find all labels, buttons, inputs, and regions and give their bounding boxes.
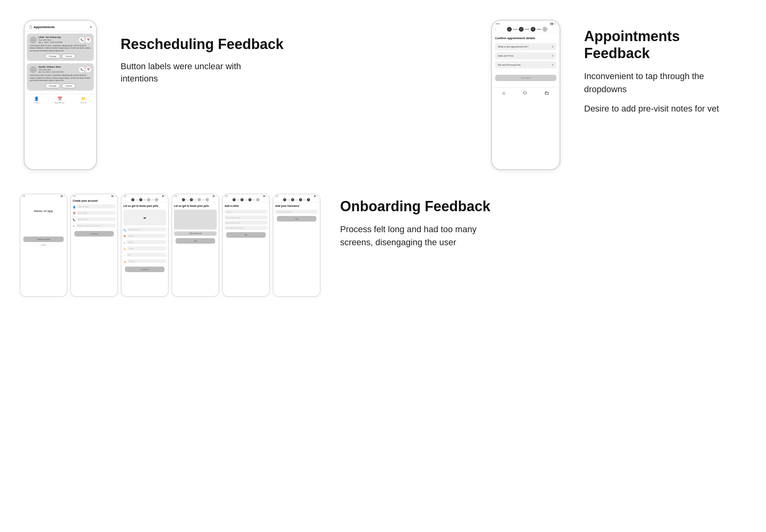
- onboarding-feedback-block: Onboarding Feedback Process felt long an…: [340, 198, 506, 249]
- reschedule-title: Rescheduling Feedback: [121, 36, 284, 53]
- add-another-pet-button[interactable]: Add another pet: [174, 231, 217, 236]
- back-chevron-icon[interactable]: ‹: [495, 28, 496, 31]
- clinic-result-1[interactable]: best clinics for dogs: [225, 216, 267, 220]
- sex-field[interactable]: Sex: [127, 253, 166, 257]
- progress-line-2: [525, 29, 530, 30]
- sp4-line1: [186, 200, 189, 200]
- right-phone-mockup: 9:41 ▐▐ ≈ ▪ ‹ 1 2 3 4 Confirm appointmen…: [491, 20, 560, 170]
- clinic-result-3[interactable]: best clinics for pediatrics: [225, 226, 267, 230]
- sp6-status: 9:41 ▐▐ ≈ ▪: [273, 194, 320, 197]
- card2-cancel-button[interactable]: Cancel: [62, 83, 76, 88]
- phone-header: 📋 Appointments +: [25, 21, 96, 31]
- sp2-status: 9:41 ▐▐ ≈ ▪: [71, 194, 117, 197]
- height-row: 📏 Height: [123, 246, 166, 252]
- sp3-step4: 4: [155, 198, 158, 201]
- onboarding-phone-2: 9:41 ▐▐ ≈ ▪ Create your account 👤 Your f…: [70, 194, 118, 297]
- confirm-appointment-title: Confirm appointment details: [495, 36, 556, 40]
- dropdown-date-time[interactable]: Date and Time ∨: [495, 52, 556, 59]
- login-label[interactable]: Log in: [20, 244, 67, 246]
- sp5-line2: [244, 200, 248, 200]
- card1-buttons: Change Cancel: [30, 54, 91, 59]
- phone2-status-bar: 9:41 ▐▐ ≈ ▪: [492, 21, 560, 26]
- pet-name-field[interactable]: Your pet's name: [127, 227, 166, 231]
- right-phone-area: 9:41 ▐▐ ≈ ▪ ‹ 1 2 3 4 Confirm appointmen…: [491, 20, 742, 170]
- onboarding-phones-row: 9:41 ▐▐ ≈ ▪ Name of app Create account L…: [20, 194, 320, 297]
- bottom-section: 9:41 ▐▐ ≈ ▪ Name of app Create account L…: [0, 186, 766, 312]
- chevron-down-icon-3: ∨: [552, 63, 554, 66]
- phone-icon[interactable]: 📞: [79, 37, 85, 43]
- sp3-step1: 1: [131, 198, 134, 201]
- sp3-line1: [135, 200, 138, 200]
- nav-appointments[interactable]: 📅 Appointments: [55, 97, 64, 104]
- phone2-nav: ⌂ ⚇ 🗀: [492, 87, 560, 97]
- folder-icon[interactable]: 🗀: [545, 90, 549, 96]
- appt-feedback-title: Appointments Feedback: [584, 28, 742, 62]
- card1-date: Apr 1, 2024 • 3:00-5:00 PM: [38, 41, 78, 44]
- dropdown-appointment-type[interactable]: What is this appointment for? ∨: [495, 43, 556, 50]
- breed-field[interactable]: Breed: [127, 234, 166, 238]
- top-section: 📋 Appointments + Lilith: Vet Check-Up Yo…: [0, 0, 766, 186]
- nav-profile[interactable]: 👤 Profile: [34, 97, 39, 104]
- phone-icon-2[interactable]: 📞: [79, 67, 85, 72]
- continue-button-1[interactable]: Continue: [74, 231, 114, 237]
- card1-avatar: [30, 36, 37, 44]
- dob-field[interactable]: Date of birth: [77, 211, 115, 215]
- email-form-icon: ✉: [73, 225, 75, 227]
- sp5-step4: 4: [256, 198, 259, 201]
- sp5-status: 9:41 ▐▐ ≈ ▪: [223, 194, 269, 197]
- yes-button-4[interactable]: Yes: [176, 238, 215, 244]
- clinic-result-2[interactable]: best clinics for cats: [225, 221, 267, 225]
- birthday-field[interactable]: Birthday: [127, 259, 166, 263]
- yes-button-6[interactable]: Yes: [277, 216, 316, 222]
- people-icon[interactable]: ⚇: [523, 90, 527, 96]
- email-field[interactable]: Email you want to share with vet: [76, 223, 115, 227]
- insurance-field[interactable]: # name of insurance: [275, 210, 318, 214]
- card2-info: Apollo: Rabies Shot Your Vet Clinic Apr …: [38, 66, 78, 73]
- appointment-card-1: Lilith: Vet Check-Up Your Vet Clinic Apr…: [27, 34, 94, 61]
- card2-body: Lorem ipsum dolor sit amet, consectetur …: [30, 74, 91, 82]
- schedule-button[interactable]: Schedule: [495, 75, 556, 81]
- phone-field[interactable]: Phone number: [77, 217, 115, 221]
- sp5-progress: 1 2 3 4: [223, 197, 269, 203]
- dropdown-pet-personal[interactable]: Pet and Personal Info ∨: [495, 61, 556, 68]
- no-button-5[interactable]: No: [226, 232, 266, 238]
- onboarding-title: Onboarding Feedback: [340, 198, 506, 215]
- sp5-content: Add a clinic Search best clinics for dog…: [223, 203, 269, 240]
- appt-feedback-desc1: Inconvenient to tap through the dropdown…: [584, 70, 742, 96]
- chevron-down-icon: ∨: [552, 45, 554, 48]
- calendar-icon-btn-2[interactable]: 📅: [85, 67, 91, 72]
- status-icons: ▐▐ ≈ ▪: [550, 23, 556, 25]
- card2-change-button[interactable]: Change: [45, 83, 60, 88]
- sp4-line3: [202, 200, 205, 200]
- progress-step-3: 3: [531, 27, 535, 32]
- calendar-icon-btn[interactable]: 📅: [85, 37, 91, 43]
- sp6-step4: 4: [307, 198, 310, 201]
- phone-appointments-title: 📋 Appointments: [28, 25, 55, 29]
- sp1-status: 9:41 ▐▐ ≈ ▪: [20, 194, 67, 197]
- weight-field[interactable]: Weight: [127, 240, 166, 244]
- home-icon[interactable]: ⌂: [502, 90, 505, 96]
- progress-step-2: 2: [519, 27, 524, 32]
- progress-line-3: [537, 29, 541, 30]
- full-name-field[interactable]: Your full name: [77, 204, 115, 208]
- clinic-search-field[interactable]: Search: [225, 210, 267, 214]
- onboarding-phone-3: 9:41 ▐▐ ≈ ▪ 1 2 3 4 Let us get to know y…: [121, 194, 168, 297]
- sp4-status: 9:41 ▐▐ ≈ ▪: [172, 194, 219, 197]
- person-icon: 👤: [73, 206, 76, 208]
- nav-records[interactable]: 📁 Records: [81, 97, 87, 104]
- continue-button-2[interactable]: Continue: [125, 267, 165, 272]
- create-account-button[interactable]: Create account: [23, 237, 64, 242]
- card1-cancel-button[interactable]: Cancel: [62, 54, 76, 59]
- sp3-line3: [151, 200, 154, 200]
- height-field[interactable]: Height: [127, 246, 166, 250]
- add-appointment-icon[interactable]: +: [90, 25, 92, 29]
- sp4-step3: 3: [198, 198, 201, 201]
- sp6-step3: 3: [299, 198, 302, 201]
- sp2-content: Create your account 👤 Your full name 📅 D…: [71, 197, 117, 239]
- card1-change-button[interactable]: Change: [45, 54, 60, 59]
- pet-photo-upload[interactable]: 📷: [123, 210, 166, 225]
- sp3-step2: 2: [139, 198, 142, 201]
- card2-icons: 📞 📅: [79, 67, 91, 72]
- card1-info: Lilith: Vet Check-Up Your Vet Clinic Apr…: [38, 36, 78, 44]
- weight-row: ⚖ Weight: [123, 240, 166, 245]
